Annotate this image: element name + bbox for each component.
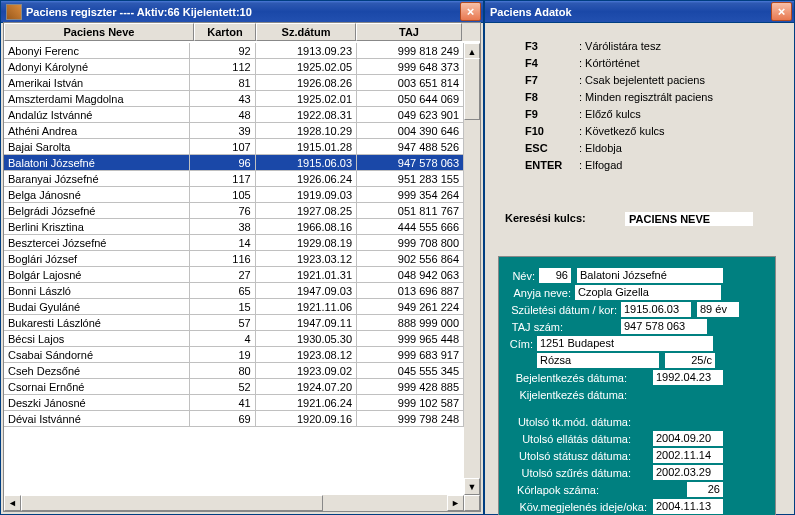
addr-street: Rózsa xyxy=(537,353,659,368)
cell-taj: 947 578 063 xyxy=(357,155,464,171)
table-row[interactable]: Amszterdami Magdolna431925.02.01050 644 … xyxy=(4,91,464,107)
table-row[interactable]: Balatoni Józsefné961915.06.03947 578 063 xyxy=(4,155,464,171)
cell-date: 1920.09.16 xyxy=(256,411,357,427)
fn-key: F4 xyxy=(525,55,579,72)
age-value: 89 év xyxy=(697,302,739,317)
col-date[interactable]: Sz.dátum xyxy=(256,23,356,41)
cell-taj: 951 283 155 xyxy=(357,171,464,187)
table-row[interactable]: Amerikai István811926.08.26003 651 814 xyxy=(4,75,464,91)
col-taj[interactable]: TAJ xyxy=(356,23,462,41)
data-titlebar[interactable]: Paciens Adatok × xyxy=(485,1,794,23)
cell-taj: 999 648 373 xyxy=(357,59,464,75)
table-row[interactable]: Bajai Sarolta1071915.01.28947 488 526 xyxy=(4,139,464,155)
reg-date: 1992.04.23 xyxy=(653,370,723,385)
table-row[interactable]: Baranyai Józsefné1171926.06.24951 283 15… xyxy=(4,171,464,187)
close-icon[interactable]: × xyxy=(771,2,792,21)
cell-karton: 81 xyxy=(190,75,256,91)
table-row[interactable]: Bolgár Lajosné271921.01.31048 942 063 xyxy=(4,267,464,283)
scroll-down-icon[interactable]: ▼ xyxy=(464,478,480,495)
cell-name: Csabai Sándorné xyxy=(4,347,190,363)
cell-karton: 43 xyxy=(190,91,256,107)
table-row[interactable]: Andalúz Istvánné481922.08.31049 623 901 xyxy=(4,107,464,123)
cell-karton: 19 xyxy=(190,347,256,363)
cell-taj: 050 644 069 xyxy=(357,91,464,107)
cell-name: Belgrádi Józsefné xyxy=(4,203,190,219)
cell-karton: 48 xyxy=(190,107,256,123)
cell-karton: 96 xyxy=(190,155,256,171)
cell-name: Adonyi Károlyné xyxy=(4,59,190,75)
cell-karton: 116 xyxy=(190,251,256,267)
vscrollbar[interactable]: ▲ ▼ xyxy=(464,43,480,495)
karton-value: 96 xyxy=(539,268,571,283)
table-row[interactable]: Besztercei Józsefné141929.08.19999 708 8… xyxy=(4,235,464,251)
table-row[interactable]: Budai Gyuláné151921.11.06949 261 224 xyxy=(4,299,464,315)
cell-taj: 999 102 587 xyxy=(357,395,464,411)
table-row[interactable]: Belgrádi Józsefné761927.08.25051 811 767 xyxy=(4,203,464,219)
cell-date: 1924.07.20 xyxy=(256,379,357,395)
search-value[interactable]: PACIENS NEVE xyxy=(625,212,753,226)
function-keys: F3: Várólistára teszF4: KórtörténetF7: C… xyxy=(525,38,790,174)
cell-taj: 999 354 264 xyxy=(357,187,464,203)
table-row[interactable]: Bonni László651947.09.03013 696 887 xyxy=(4,283,464,299)
close-icon[interactable]: × xyxy=(460,2,481,21)
cell-date: 1966.08.16 xyxy=(256,219,357,235)
cell-taj: 999 818 249 xyxy=(357,43,464,59)
cell-date: 1922.08.31 xyxy=(256,107,357,123)
cell-date: 1919.09.03 xyxy=(256,187,357,203)
cell-name: Bécsi Lajos xyxy=(4,331,190,347)
table-row[interactable]: Athéni Andrea391928.10.29004 390 646 xyxy=(4,123,464,139)
cell-name: Amszterdami Magdolna xyxy=(4,91,190,107)
table-row[interactable]: Boglári József1161923.03.12902 556 864 xyxy=(4,251,464,267)
fn-key: F7 xyxy=(525,72,579,89)
table-row[interactable]: Deszki Jánosné411921.06.24999 102 587 xyxy=(4,395,464,411)
lastcare-date: 2004.09.20 xyxy=(653,431,723,446)
cell-date: 1926.06.24 xyxy=(256,171,357,187)
next-label: Köv.megjelenés ideje/oka: xyxy=(507,501,647,513)
cell-name: Abonyi Ferenc xyxy=(4,43,190,59)
lastscreen-date: 2002.03.29 xyxy=(653,465,723,480)
cell-name: Andalúz Istvánné xyxy=(4,107,190,123)
cell-taj: 444 555 666 xyxy=(357,219,464,235)
table-row[interactable]: Bukaresti Lászlóné571947.09.11888 999 00… xyxy=(4,315,464,331)
registry-title: Paciens regiszter ---- Aktiv:66 Kijelent… xyxy=(26,6,252,18)
function-key-row: F7: Csak bejelentett paciens xyxy=(525,72,790,89)
cell-taj: 048 942 063 xyxy=(357,267,464,283)
grid-header: Paciens Neve Karton Sz.dátum TAJ xyxy=(4,23,480,41)
scroll-right-icon[interactable]: ► xyxy=(447,495,464,511)
table-row[interactable]: Abonyi Ferenc921913.09.23999 818 249 xyxy=(4,43,464,59)
cell-name: Belga Jánosné xyxy=(4,187,190,203)
cell-name: Baranyai Józsefné xyxy=(4,171,190,187)
patient-data-window: Paciens Adatok × F3: Várólistára teszF4:… xyxy=(484,0,795,515)
hscrollbar[interactable]: ◄ ► xyxy=(4,495,480,511)
cell-taj: 045 555 345 xyxy=(357,363,464,379)
table-row[interactable]: Belga Jánosné1051919.09.03999 354 264 xyxy=(4,187,464,203)
cell-karton: 76 xyxy=(190,203,256,219)
cell-date: 1927.08.25 xyxy=(256,203,357,219)
cell-karton: 52 xyxy=(190,379,256,395)
cell-date: 1915.06.03 xyxy=(256,155,357,171)
cell-name: Budai Gyuláné xyxy=(4,299,190,315)
registry-titlebar[interactable]: Paciens regiszter ---- Aktiv:66 Kijelent… xyxy=(1,1,483,23)
col-karton[interactable]: Karton xyxy=(194,23,256,41)
table-row[interactable]: Adonyi Károlyné1121925.02.05999 648 373 xyxy=(4,59,464,75)
cell-taj: 051 811 767 xyxy=(357,203,464,219)
table-row[interactable]: Berlini Krisztina381966.08.16444 555 666 xyxy=(4,219,464,235)
table-row[interactable]: Dévai Istvánné691920.09.16999 798 248 xyxy=(4,411,464,427)
patient-grid: Paciens Neve Karton Sz.dátum TAJ Abonyi … xyxy=(3,22,481,512)
scroll-left-icon[interactable]: ◄ xyxy=(4,495,21,511)
fn-key: F10 xyxy=(525,123,579,140)
fn-key: F3 xyxy=(525,38,579,55)
table-row[interactable]: Bécsi Lajos41930.05.30999 965 448 xyxy=(4,331,464,347)
cell-karton: 27 xyxy=(190,267,256,283)
function-key-row: F10: Következő kulcs xyxy=(525,123,790,140)
cell-date: 1930.05.30 xyxy=(256,331,357,347)
table-row[interactable]: Csabai Sándorné191923.08.12999 683 917 xyxy=(4,347,464,363)
table-row[interactable]: Csornai Ernőné521924.07.20999 428 885 xyxy=(4,379,464,395)
hscroll-thumb[interactable] xyxy=(21,495,323,511)
table-row[interactable]: Cseh Dezsőné801923.09.02045 555 345 xyxy=(4,363,464,379)
fn-key: ESC xyxy=(525,140,579,157)
cell-date: 1929.08.19 xyxy=(256,235,357,251)
mother-label: Anyja neve: xyxy=(507,287,571,299)
scroll-thumb[interactable] xyxy=(464,58,480,120)
col-name[interactable]: Paciens Neve xyxy=(4,23,194,41)
